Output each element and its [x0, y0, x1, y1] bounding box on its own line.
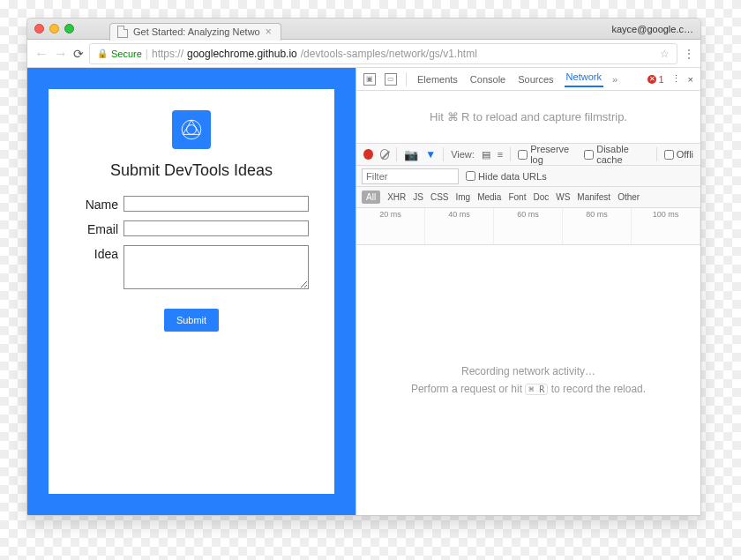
form-row-email: Email: [57, 220, 326, 236]
type-all[interactable]: All: [362, 190, 380, 204]
separator: [510, 147, 511, 161]
tab-elements[interactable]: Elements: [415, 74, 460, 85]
email-input[interactable]: [124, 220, 309, 236]
separator: [443, 147, 444, 161]
idea-label: Idea: [74, 245, 118, 261]
inspect-element-icon[interactable]: ▣: [363, 73, 376, 86]
filter-icon[interactable]: ▼: [425, 148, 436, 161]
back-button[interactable]: ←: [34, 46, 49, 62]
omnibox[interactable]: 🔒 Secure | https://googlechrome.github.i…: [89, 43, 677, 64]
more-tabs-icon[interactable]: »: [612, 74, 618, 85]
forward-button[interactable]: →: [54, 46, 68, 62]
type-ws[interactable]: WS: [556, 192, 570, 202]
close-window-button[interactable]: [34, 24, 44, 34]
record-button[interactable]: [363, 149, 373, 160]
preserve-log-checkbox[interactable]: Preserve log: [518, 144, 577, 165]
zoom-window-button[interactable]: [64, 24, 74, 34]
type-doc[interactable]: Doc: [533, 192, 549, 202]
view-label: View:: [451, 149, 475, 160]
submit-button[interactable]: Submit: [164, 309, 219, 332]
tab-title: Get Started: Analyzing Netwo: [133, 26, 260, 37]
url-scheme: https://: [152, 48, 183, 60]
page-card: Submit DevTools Ideas Name Email Idea Su…: [49, 89, 334, 494]
idea-textarea[interactable]: [124, 245, 309, 289]
error-count: 1: [658, 74, 663, 85]
network-filterbar: Hide data URLs: [356, 166, 700, 187]
timeline-tick: 20 ms: [356, 208, 425, 244]
profile-badge[interactable]: kayce@google.c…: [612, 24, 694, 34]
view-overview-icon[interactable]: ≡: [498, 149, 503, 160]
timeline-tick: 60 ms: [494, 208, 563, 244]
chrome-devtools-logo: [172, 110, 211, 149]
type-xhr[interactable]: XHR: [387, 192, 406, 202]
network-typebar: All XHR JS CSS Img Media Font Doc WS Man…: [356, 187, 700, 208]
reload-button[interactable]: ⟳: [73, 47, 84, 61]
url-path: /devtools-samples/network/gs/v1.html: [301, 48, 477, 60]
timeline-tick: 40 ms: [425, 208, 494, 244]
browser-menu-icon[interactable]: ⋮: [683, 47, 693, 61]
form-row-name: Name: [57, 196, 326, 212]
tab-console[interactable]: Console: [468, 74, 507, 85]
perform-message: Perform a request or hit ⌘ R to record t…: [411, 383, 646, 395]
window-controls: [34, 24, 74, 34]
lock-icon: 🔒: [97, 49, 108, 58]
clear-button[interactable]: [380, 149, 390, 160]
tab-network[interactable]: Network: [565, 71, 603, 87]
type-media[interactable]: Media: [477, 192, 501, 202]
addressbar: ← → ⟳ 🔒 Secure | https://googlechrome.gi…: [27, 40, 700, 68]
separator: [396, 147, 397, 161]
page-viewport: Submit DevTools Ideas Name Email Idea Su…: [27, 68, 356, 515]
secure-label: Secure: [111, 49, 142, 59]
devtools-tabbar: ▣ ▭ Elements Console Sources Network » ✕…: [356, 68, 700, 91]
page-title: Submit DevTools Ideas: [110, 161, 273, 180]
screenshot-icon[interactable]: 📷: [404, 148, 418, 161]
separator: [656, 147, 657, 161]
filmstrip-hint: Hit ⌘ R to reload and capture filmstrip.: [356, 91, 700, 143]
close-tab-icon[interactable]: ×: [266, 26, 272, 38]
svg-point-0: [182, 120, 201, 139]
type-manifest[interactable]: Manifest: [577, 192, 610, 202]
devtools-menu-icon[interactable]: ⋮: [671, 73, 681, 85]
content-split: Submit DevTools Ideas Name Email Idea Su…: [27, 68, 700, 515]
network-empty-state: Recording network activity… Perform a re…: [356, 245, 700, 515]
browser-window: Get Started: Analyzing Netwo × kayce@goo…: [26, 18, 701, 516]
error-icon: ✕: [647, 75, 656, 84]
devtools-close-icon[interactable]: ×: [688, 74, 693, 85]
filter-input[interactable]: [362, 168, 459, 184]
document-icon: [117, 26, 128, 38]
name-input[interactable]: [124, 196, 309, 212]
error-badge[interactable]: ✕ 1: [647, 74, 663, 85]
minimize-window-button[interactable]: [49, 24, 59, 34]
view-large-icon[interactable]: ▤: [482, 149, 490, 161]
browser-tab[interactable]: Get Started: Analyzing Netwo ×: [109, 23, 281, 41]
url-host: googlechrome.github.io: [187, 48, 297, 60]
timeline-tick: 100 ms: [632, 208, 700, 244]
hide-data-urls-checkbox[interactable]: Hide data URLs: [466, 171, 547, 182]
name-label: Name: [74, 196, 118, 212]
form-row-idea: Idea: [57, 245, 326, 289]
type-other[interactable]: Other: [618, 192, 640, 202]
type-js[interactable]: JS: [413, 192, 423, 202]
recording-message: Recording network activity…: [461, 365, 595, 377]
device-toolbar-icon[interactable]: ▭: [385, 73, 397, 86]
offline-checkbox[interactable]: Offli: [664, 149, 693, 160]
titlebar: Get Started: Analyzing Netwo × kayce@goo…: [27, 19, 700, 40]
network-timeline[interactable]: 20 ms 40 ms 60 ms 80 ms 100 ms: [356, 208, 700, 245]
type-img[interactable]: Img: [455, 192, 470, 202]
network-toolbar: 📷 ▼ View: ▤ ≡ Preserve log Disable cache…: [356, 143, 700, 166]
keyboard-shortcut: ⌘ R: [525, 384, 548, 395]
type-font[interactable]: Font: [508, 192, 526, 202]
disable-cache-checkbox[interactable]: Disable cache: [584, 144, 649, 165]
email-label: Email: [74, 220, 118, 236]
type-css[interactable]: CSS: [430, 192, 449, 202]
tab-sources[interactable]: Sources: [516, 74, 555, 85]
devtools-panel: ▣ ▭ Elements Console Sources Network » ✕…: [356, 68, 700, 515]
timeline-tick: 80 ms: [563, 208, 632, 244]
separator: [406, 72, 407, 86]
bookmark-star-icon[interactable]: ☆: [660, 48, 670, 60]
